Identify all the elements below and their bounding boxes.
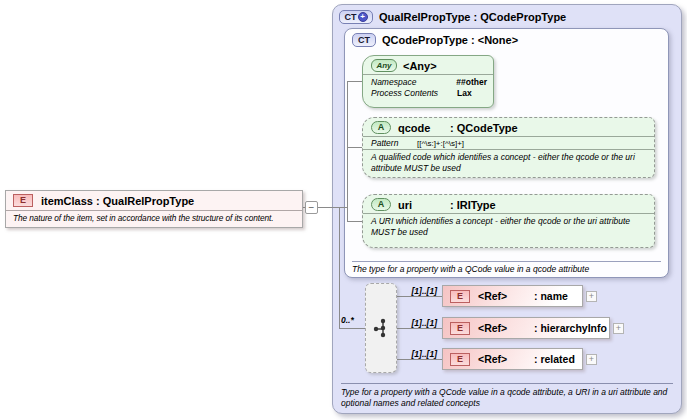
qcodeproptype-header: CT QCodePropType : <None> [345,29,668,47]
ref-target-name: : name [534,290,568,302]
connector-to-hierarchyinfo [397,328,442,329]
derived-plus-icon: + [358,12,368,22]
uri-attribute-box[interactable]: A uri : IRIType A URI which identifies a… [362,194,655,248]
connector-to-compositor [339,328,365,329]
qcodeproptype-annotation: The type for a property with a QCode val… [352,261,661,274]
ref-label: <Ref> [478,290,534,302]
connector-to-name [397,296,442,297]
element-icon-text: E [457,355,463,364]
qcode-name: qcode [398,122,450,134]
element-icon-text: E [20,196,26,205]
complextype-icon-text: CT [345,13,357,22]
connector-to-related [397,359,442,360]
pattern-label: Pattern [371,138,417,148]
plus-icon: + [589,355,594,364]
uri-type: : IRIType [450,199,496,211]
complextype-icon: CT [352,33,376,47]
pattern-value: [[^\s:]+:[^\s]+] [417,139,464,148]
qualrelproptype-annotation: Type for a property with a QCode value i… [341,383,673,409]
sequence-compositor-box[interactable] [365,283,397,373]
itemclass-title-row: E itemClass : QualRelPropType [6,191,302,209]
connector-group-trunk [339,207,340,328]
expand-toggle-related[interactable]: + [586,354,597,365]
attribute-icon: A [371,121,391,134]
ref-related-box[interactable]: E <Ref> : related [442,348,583,370]
qualrelproptype-header: CT + QualRelPropType : QCodePropType [333,5,681,24]
itemclass-annotation: The nature of the item, set in accordanc… [6,210,302,223]
any-icon-text: Any [376,62,391,70]
qualrelproptype-title: QualRelPropType : QCodePropType [379,11,566,23]
ref-hierarchyinfo-box[interactable]: E <Ref> : hierarchyInfo [442,317,610,339]
any-title-row: Any <Any> [363,56,493,74]
cardinality-label-related: [1]..[1] [399,349,437,359]
any-processcontents-row: Process Contents Lax [363,88,493,99]
connector-branch-uri [347,221,362,222]
complextype-derived-icon: CT + [339,10,373,24]
connector-branch-qcode [347,147,362,148]
any-title: <Any> [403,60,437,72]
any-wildcard-box[interactable]: Any <Any> Namespace ##other Process Cont… [362,55,494,108]
uri-title-row: A uri : IRIType [363,195,654,213]
collapse-toggle[interactable]: − [305,201,318,214]
namespace-value: ##other [456,77,487,88]
uri-annotation: A URI which identifies a concept - eithe… [363,214,654,240]
connector-branch-any [347,81,362,82]
any-properties: Namespace ##other Process Contents Lax [363,75,493,99]
element-icon: E [450,353,470,366]
attribute-icon-text: A [378,200,385,209]
qcode-attribute-box[interactable]: A qcode : QCodeType Pattern [[^\s:]+:[^\… [362,117,655,178]
ref-label: <Ref> [478,353,534,365]
minus-icon: − [309,203,315,213]
any-namespace-row: Namespace ##other [363,77,493,88]
connector-attribute-trunk [347,81,348,221]
ref-target-name: : hierarchyInfo [534,322,607,334]
attribute-icon: A [371,198,391,211]
plus-icon: + [589,292,594,301]
element-icon-text: E [457,324,463,333]
element-icon-text: E [457,292,463,301]
itemclass-element-box[interactable]: E itemClass : QualRelPropType The nature… [5,190,303,228]
cardinality-label-hierarchyinfo: [1]..[1] [399,318,437,328]
group-cardinality-label: 0..* [341,315,354,325]
expand-toggle-hierarchyinfo[interactable]: + [613,323,624,334]
element-icon: E [450,322,470,335]
ref-label: <Ref> [478,322,534,334]
qcodeproptype-title: QCodePropType : <None> [382,34,518,46]
qcode-title-row: A qcode : QCodeType [363,118,654,136]
process-contents-value: Lax [457,88,472,99]
expand-toggle-name[interactable]: + [586,291,597,302]
any-icon: Any [371,59,397,72]
namespace-label: Namespace [371,77,456,88]
uri-name: uri [398,199,450,211]
qcode-type: : QCodeType [450,122,518,134]
plus-icon: + [616,324,621,333]
complextype-icon-text: CT [358,36,370,45]
element-icon: E [450,290,470,303]
schema-diagram: CT + QualRelPropType : QCodePropType Typ… [0,0,687,420]
ref-name-box[interactable]: E <Ref> : name [442,285,583,307]
itemclass-title: itemClass : QualRelPropType [41,195,194,207]
qcode-pattern-row: Pattern [[^\s:]+:[^\s]+] [363,137,654,149]
cardinality-label-name: [1]..[1] [399,286,437,296]
process-contents-label: Process Contents [371,88,457,99]
ref-target-name: : related [534,353,575,365]
sequence-compositor-icon [372,315,390,341]
attribute-icon-text: A [378,123,385,132]
qcode-annotation: A qualified code which identifies a conc… [363,150,654,176]
element-icon: E [13,194,33,207]
